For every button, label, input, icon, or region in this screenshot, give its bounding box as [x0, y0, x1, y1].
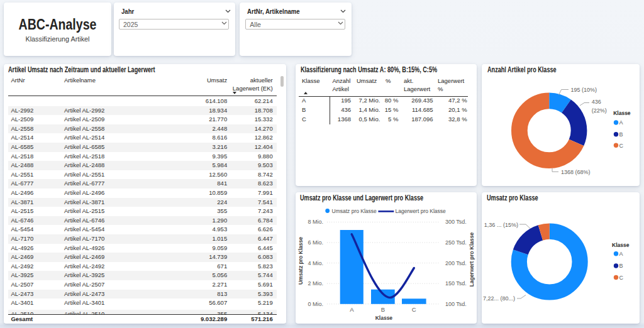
svg-text:4 Mio.: 4 Mio. [308, 260, 323, 266]
svg-text:0 Mio.: 0 Mio. [308, 301, 323, 307]
svg-text:7,22... (80...): 7,22... (80...) [483, 295, 515, 302]
svg-text:1368 (68%): 1368 (68%) [561, 169, 591, 175]
svg-text:Lagerwert pro Klasse: Lagerwert pro Klasse [396, 208, 447, 214]
svg-text:Umsatz pro Klasse: Umsatz pro Klasse [332, 208, 377, 214]
svg-text:A: A [619, 251, 623, 257]
svg-text:C: C [619, 143, 624, 149]
svg-text:150 Tsd.: 150 Tsd. [445, 280, 467, 287]
svg-text:6 Mio.: 6 Mio. [308, 239, 323, 246]
svg-text:B: B [381, 306, 385, 313]
svg-text:C: C [412, 306, 416, 313]
svg-text:B: B [619, 131, 623, 138]
svg-text:Klasse: Klasse [613, 110, 631, 116]
svg-text:B: B [619, 263, 623, 269]
svg-text:250 Tsd.: 250 Tsd. [445, 239, 467, 246]
svg-text:200 Tsd.: 200 Tsd. [445, 260, 467, 266]
svg-text:1,36 ... (15%): 1,36 ... (15%) [484, 222, 518, 228]
svg-text:Umsatz pro Klasse: Umsatz pro Klasse [297, 237, 304, 285]
svg-text:Klasse: Klasse [375, 315, 393, 321]
svg-text:C: C [619, 275, 624, 281]
svg-text:8 Mio.: 8 Mio. [308, 219, 323, 225]
svg-text:Lagerwert pro Klasse: Lagerwert pro Klasse [469, 232, 475, 287]
svg-text:100 Tsd.: 100 Tsd. [445, 301, 467, 307]
svg-text:300 Tsd.: 300 Tsd. [445, 219, 467, 225]
svg-text:A: A [350, 306, 354, 313]
svg-text:Klasse: Klasse [612, 242, 630, 248]
svg-text:436: 436 [592, 99, 601, 105]
svg-text:(22%): (22%) [592, 107, 607, 114]
svg-text:A: A [619, 119, 623, 126]
svg-text:195 (10%): 195 (10%) [571, 87, 597, 93]
svg-text:2 Mio.: 2 Mio. [308, 280, 323, 287]
